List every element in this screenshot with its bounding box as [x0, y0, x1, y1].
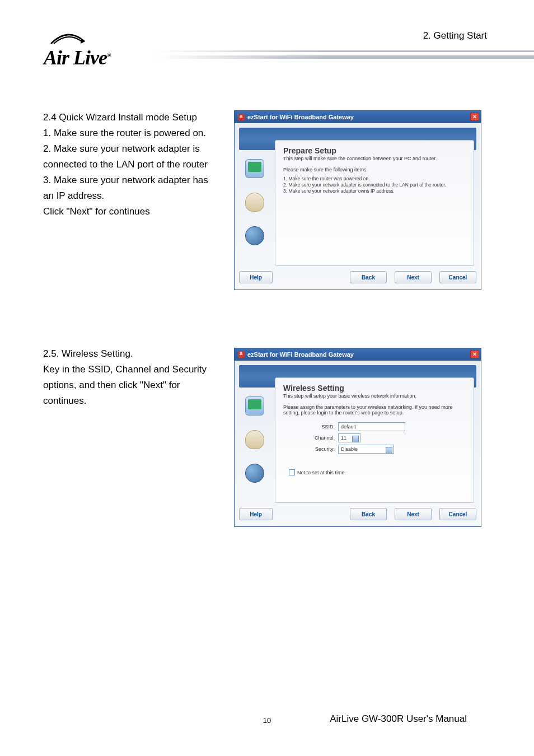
prepare-setup-dialog: ezStart for WiFi Broadband Gateway × Pre… — [234, 110, 481, 290]
section-2-4-step1: 1. Make sure the router is powered on. — [43, 125, 211, 141]
skip-checkbox[interactable] — [289, 469, 295, 475]
back-button[interactable]: Back — [350, 508, 387, 520]
logo-arc-icon — [48, 31, 87, 46]
ssid-row: SSID: default — [309, 422, 466, 431]
channel-select[interactable]: 11 — [338, 433, 360, 442]
skip-row: Not to set at this time. — [289, 469, 466, 475]
wireless-setting-dialog: ezStart for WiFi Broadband Gateway × Wir… — [234, 348, 481, 527]
monitor-icon — [245, 159, 264, 178]
section-2-4-step2: 2. Make sure your network adapter is con… — [43, 141, 211, 172]
security-select[interactable]: Disable — [338, 445, 394, 454]
hand-icon — [245, 430, 264, 449]
globe-icon — [245, 226, 264, 245]
close-icon[interactable]: × — [470, 350, 479, 358]
dialog1-item1: 1. Make sure the router was powered on. — [283, 176, 466, 182]
dialog2-heading: Wireless Setting — [283, 384, 466, 393]
dialog2-content: Wireless Setting This step will setup yo… — [275, 377, 474, 503]
dialog1-heading: Prepare Setup — [283, 146, 466, 155]
dialog1-sub: This step will make sure the connection … — [283, 156, 466, 161]
section-2-5-heading: 2.5. Wireless Setting. — [43, 346, 209, 362]
brand-logo: Air Live® — [44, 31, 110, 69]
security-row: Security: Disable — [309, 445, 466, 454]
globe-icon — [245, 464, 264, 483]
back-button[interactable]: Back — [350, 271, 387, 283]
dialog2-button-bar: Help Back Next Cancel — [239, 506, 476, 522]
next-button[interactable]: Next — [395, 508, 432, 520]
skip-label: Not to set at this time. — [297, 470, 346, 475]
dialog2-title: ezStart for WiFi Broadband Gateway — [247, 351, 354, 358]
section-2-5-body: Key in the SSID, Channel and Security op… — [43, 362, 209, 409]
manual-title: AirLive GW-300R User's Manual — [330, 713, 467, 725]
dialog1-item3: 3. Make sure your network adapter owns I… — [283, 188, 466, 194]
dialog1-button-bar: Help Back Next Cancel — [239, 269, 476, 285]
section-2-5-text: 2.5. Wireless Setting. Key in the SSID, … — [43, 346, 209, 409]
security-label: Security: — [309, 446, 338, 452]
section-2-4-text: 2.4 Quick Wizard Install mode Setup 1. M… — [43, 110, 211, 220]
dialog1-step-icons — [239, 152, 270, 266]
ssid-input[interactable]: default — [338, 422, 405, 431]
help-button[interactable]: Help — [239, 271, 273, 283]
section-2-4-step3: 3. Make sure your network adapter has an… — [43, 172, 211, 204]
dialog1-item2: 2. Make sure your network adapter is con… — [283, 182, 466, 188]
help-button[interactable]: Help — [239, 508, 273, 520]
dialog1-title: ezStart for WiFi Broadband Gateway — [247, 114, 354, 120]
dialog2-instruction: Please assign the parameters to your wir… — [283, 404, 466, 416]
channel-label: Channel: — [309, 435, 338, 441]
chapter-label: 2. Getting Start — [423, 30, 487, 41]
hand-icon — [245, 193, 264, 212]
dialog1-content: Prepare Setup This step will make sure t… — [275, 140, 474, 266]
channel-row: Channel: 11 — [309, 433, 466, 442]
header-divider — [156, 50, 534, 59]
app-icon — [238, 351, 245, 358]
dialog2-titlebar[interactable]: ezStart for WiFi Broadband Gateway × — [235, 348, 481, 361]
cancel-button[interactable]: Cancel — [439, 271, 476, 283]
close-icon[interactable]: × — [470, 113, 479, 121]
cancel-button[interactable]: Cancel — [439, 508, 476, 520]
monitor-icon — [245, 396, 264, 416]
next-button[interactable]: Next — [395, 271, 432, 283]
dialog2-step-icons — [239, 390, 270, 503]
section-2-4-click-next: Click "Next" for continues — [43, 204, 211, 220]
logo-text: Air Live® — [44, 46, 110, 69]
dialog2-sub: This step will setup your basic wireless… — [283, 393, 466, 399]
app-icon — [238, 114, 245, 120]
dialog1-titlebar[interactable]: ezStart for WiFi Broadband Gateway × — [235, 111, 481, 123]
dialog1-instruction: Please make sure the following items. — [283, 167, 466, 172]
section-2-4-heading: 2.4 Quick Wizard Install mode Setup — [43, 110, 211, 125]
ssid-label: SSID: — [309, 424, 338, 430]
